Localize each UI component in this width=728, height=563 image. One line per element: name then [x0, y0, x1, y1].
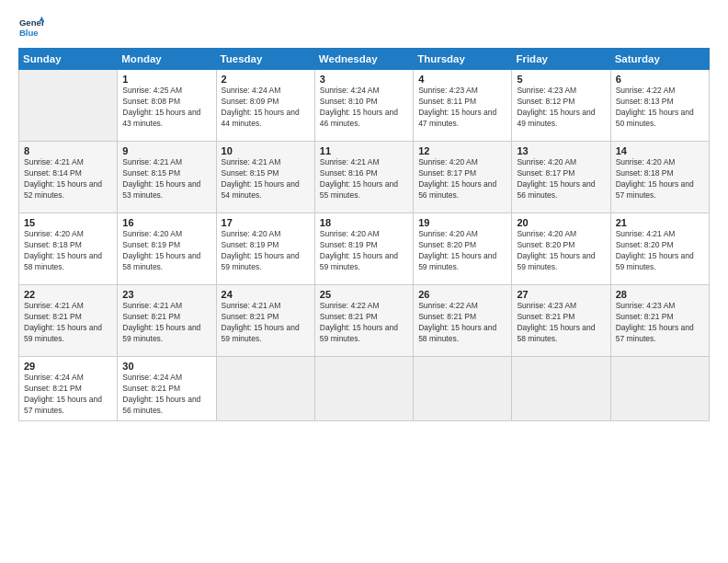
- weekday-header-friday: Friday: [512, 49, 610, 70]
- header: General Blue: [18, 15, 710, 40]
- empty-cell: [414, 357, 512, 421]
- day-number: 1: [122, 74, 210, 85]
- day-number: 30: [122, 361, 210, 372]
- day-number: 26: [418, 289, 506, 300]
- day-cell-6: 6Sunrise: 4:22 AM Sunset: 8:13 PM Daylig…: [610, 70, 709, 142]
- day-cell-25: 25Sunrise: 4:22 AM Sunset: 8:21 PM Dayli…: [314, 285, 413, 357]
- svg-text:Blue: Blue: [19, 28, 39, 38]
- day-number: 29: [24, 361, 112, 372]
- day-number: 20: [517, 217, 605, 228]
- day-cell-19: 19Sunrise: 4:20 AM Sunset: 8:20 PM Dayli…: [414, 213, 512, 285]
- day-info: Sunrise: 4:23 AM Sunset: 8:11 PM Dayligh…: [418, 86, 506, 130]
- day-info: Sunrise: 4:20 AM Sunset: 8:18 PM Dayligh…: [24, 229, 112, 273]
- empty-cell: [216, 357, 314, 421]
- day-cell-3: 3Sunrise: 4:24 AM Sunset: 8:10 PM Daylig…: [314, 70, 413, 142]
- weekday-header-wednesday: Wednesday: [314, 49, 413, 70]
- day-info: Sunrise: 4:20 AM Sunset: 8:19 PM Dayligh…: [122, 229, 210, 273]
- day-info: Sunrise: 4:21 AM Sunset: 8:15 PM Dayligh…: [122, 157, 210, 201]
- day-info: Sunrise: 4:21 AM Sunset: 8:14 PM Dayligh…: [24, 157, 112, 201]
- day-cell-28: 28Sunrise: 4:23 AM Sunset: 8:21 PM Dayli…: [610, 285, 709, 357]
- day-cell-27: 27Sunrise: 4:23 AM Sunset: 8:21 PM Dayli…: [512, 285, 610, 357]
- day-info: Sunrise: 4:20 AM Sunset: 8:20 PM Dayligh…: [418, 229, 506, 273]
- day-number: 25: [320, 289, 408, 300]
- day-number: 19: [418, 217, 506, 228]
- day-cell-24: 24Sunrise: 4:21 AM Sunset: 8:21 PM Dayli…: [216, 285, 314, 357]
- day-number: 10: [222, 145, 310, 156]
- weekday-header-sunday: Sunday: [19, 49, 118, 70]
- empty-cell: [19, 70, 118, 142]
- day-number: 6: [616, 74, 704, 85]
- week-row-5: 29Sunrise: 4:24 AM Sunset: 8:21 PM Dayli…: [19, 357, 710, 421]
- day-number: 13: [517, 145, 605, 156]
- day-number: 21: [616, 217, 704, 228]
- day-cell-11: 11Sunrise: 4:21 AM Sunset: 8:16 PM Dayli…: [314, 142, 413, 213]
- day-info: Sunrise: 4:23 AM Sunset: 8:21 PM Dayligh…: [616, 301, 704, 345]
- day-info: Sunrise: 4:21 AM Sunset: 8:15 PM Dayligh…: [222, 157, 310, 201]
- day-info: Sunrise: 4:20 AM Sunset: 8:17 PM Dayligh…: [418, 157, 506, 201]
- day-number: 17: [222, 217, 310, 228]
- day-number: 3: [320, 74, 408, 85]
- day-info: Sunrise: 4:22 AM Sunset: 8:21 PM Dayligh…: [418, 301, 506, 345]
- day-number: 14: [616, 145, 704, 156]
- day-info: Sunrise: 4:20 AM Sunset: 8:19 PM Dayligh…: [320, 229, 408, 273]
- day-info: Sunrise: 4:21 AM Sunset: 8:21 PM Dayligh…: [222, 301, 310, 345]
- day-info: Sunrise: 4:20 AM Sunset: 8:17 PM Dayligh…: [517, 157, 605, 201]
- empty-cell: [314, 357, 413, 421]
- day-number: 23: [122, 289, 210, 300]
- day-number: 28: [616, 289, 704, 300]
- day-cell-8: 8Sunrise: 4:21 AM Sunset: 8:14 PM Daylig…: [19, 142, 118, 213]
- day-cell-9: 9Sunrise: 4:21 AM Sunset: 8:15 PM Daylig…: [118, 142, 216, 213]
- day-cell-30: 30Sunrise: 4:24 AM Sunset: 8:21 PM Dayli…: [118, 357, 216, 421]
- day-cell-13: 13Sunrise: 4:20 AM Sunset: 8:17 PM Dayli…: [512, 142, 610, 213]
- day-info: Sunrise: 4:24 AM Sunset: 8:21 PM Dayligh…: [122, 373, 210, 417]
- day-info: Sunrise: 4:20 AM Sunset: 8:19 PM Dayligh…: [222, 229, 310, 273]
- empty-cell: [610, 357, 709, 421]
- day-cell-15: 15Sunrise: 4:20 AM Sunset: 8:18 PM Dayli…: [19, 213, 118, 285]
- day-cell-18: 18Sunrise: 4:20 AM Sunset: 8:19 PM Dayli…: [314, 213, 413, 285]
- day-info: Sunrise: 4:23 AM Sunset: 8:21 PM Dayligh…: [517, 301, 605, 345]
- day-number: 18: [320, 217, 408, 228]
- day-info: Sunrise: 4:21 AM Sunset: 8:21 PM Dayligh…: [24, 301, 112, 345]
- weekday-header-row: SundayMondayTuesdayWednesdayThursdayFrid…: [19, 49, 710, 70]
- day-info: Sunrise: 4:24 AM Sunset: 8:09 PM Dayligh…: [222, 86, 310, 130]
- day-cell-20: 20Sunrise: 4:20 AM Sunset: 8:20 PM Dayli…: [512, 213, 610, 285]
- day-cell-12: 12Sunrise: 4:20 AM Sunset: 8:17 PM Dayli…: [414, 142, 512, 213]
- day-info: Sunrise: 4:23 AM Sunset: 8:12 PM Dayligh…: [517, 86, 605, 130]
- week-row-3: 15Sunrise: 4:20 AM Sunset: 8:18 PM Dayli…: [19, 213, 710, 285]
- day-number: 4: [418, 74, 506, 85]
- day-cell-17: 17Sunrise: 4:20 AM Sunset: 8:19 PM Dayli…: [216, 213, 314, 285]
- day-number: 16: [122, 217, 210, 228]
- day-number: 24: [222, 289, 310, 300]
- day-cell-14: 14Sunrise: 4:20 AM Sunset: 8:18 PM Dayli…: [610, 142, 709, 213]
- weekday-header-saturday: Saturday: [610, 49, 709, 70]
- day-number: 15: [24, 217, 112, 228]
- day-number: 11: [320, 145, 408, 156]
- day-cell-29: 29Sunrise: 4:24 AM Sunset: 8:21 PM Dayli…: [19, 357, 118, 421]
- calendar: SundayMondayTuesdayWednesdayThursdayFrid…: [18, 48, 710, 421]
- day-number: 8: [24, 145, 112, 156]
- page: General Blue SundayMondayTuesdayWednesda…: [0, 0, 728, 563]
- day-info: Sunrise: 4:21 AM Sunset: 8:16 PM Dayligh…: [320, 157, 408, 201]
- logo: General Blue: [18, 15, 44, 40]
- day-info: Sunrise: 4:24 AM Sunset: 8:10 PM Dayligh…: [320, 86, 408, 130]
- day-info: Sunrise: 4:22 AM Sunset: 8:21 PM Dayligh…: [320, 301, 408, 345]
- day-info: Sunrise: 4:20 AM Sunset: 8:20 PM Dayligh…: [517, 229, 605, 273]
- day-info: Sunrise: 4:24 AM Sunset: 8:21 PM Dayligh…: [24, 373, 112, 417]
- day-info: Sunrise: 4:25 AM Sunset: 8:08 PM Dayligh…: [122, 86, 210, 130]
- logo-icon: General Blue: [18, 15, 44, 40]
- week-row-4: 22Sunrise: 4:21 AM Sunset: 8:21 PM Dayli…: [19, 285, 710, 357]
- day-cell-1: 1Sunrise: 4:25 AM Sunset: 8:08 PM Daylig…: [118, 70, 216, 142]
- empty-cell: [512, 357, 610, 421]
- day-info: Sunrise: 4:21 AM Sunset: 8:21 PM Dayligh…: [122, 301, 210, 345]
- day-cell-23: 23Sunrise: 4:21 AM Sunset: 8:21 PM Dayli…: [118, 285, 216, 357]
- weekday-header-thursday: Thursday: [414, 49, 512, 70]
- day-cell-26: 26Sunrise: 4:22 AM Sunset: 8:21 PM Dayli…: [414, 285, 512, 357]
- day-number: 27: [517, 289, 605, 300]
- day-number: 12: [418, 145, 506, 156]
- weekday-header-tuesday: Tuesday: [216, 49, 314, 70]
- day-number: 22: [24, 289, 112, 300]
- day-cell-4: 4Sunrise: 4:23 AM Sunset: 8:11 PM Daylig…: [414, 70, 512, 142]
- day-number: 5: [517, 74, 605, 85]
- day-cell-22: 22Sunrise: 4:21 AM Sunset: 8:21 PM Dayli…: [19, 285, 118, 357]
- day-info: Sunrise: 4:22 AM Sunset: 8:13 PM Dayligh…: [616, 86, 704, 130]
